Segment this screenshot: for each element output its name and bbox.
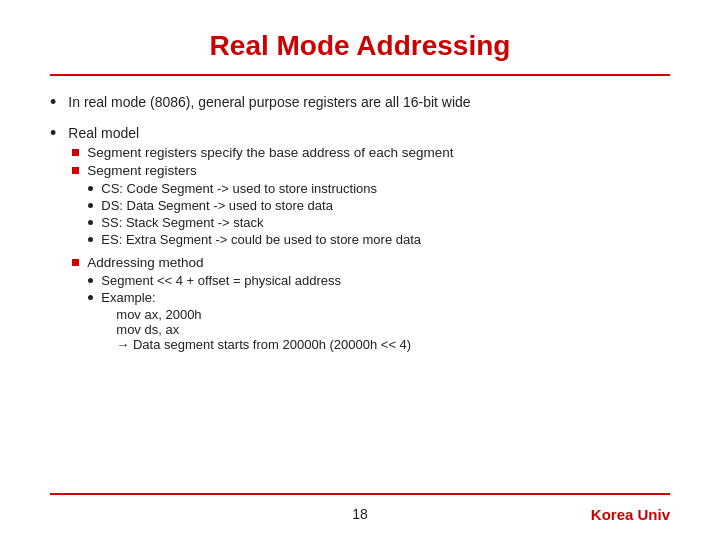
sub-bullet-1-text: Segment registers specify the base addre… [87,145,453,160]
circle-icon-shift [88,278,93,283]
segment-shift-item: Segment << 4 + offset = physical address [88,273,411,288]
es-text: ES: Extra Segment -> could be used to st… [101,232,421,247]
ss-text: SS: Stack Segment -> stack [101,215,263,230]
ss-item: SS: Stack Segment -> stack [88,215,421,230]
example-line-3: → Data segment starts from 20000h (20000… [116,337,411,352]
circle-icon-es [88,237,93,242]
sub-bullet-2-text: Segment registers [87,163,197,178]
example-item: Example: mov ax, 2000h mov ds, ax → Data… [88,290,411,352]
page-number: 18 [50,506,670,522]
circle-icon-example [88,295,93,300]
circle-icon-cs [88,186,93,191]
cs-text: CS: Code Segment -> used to store instru… [101,181,377,196]
sub-bullet-list: Segment registers specify the base addre… [72,145,670,357]
bullet-2-label: Real model [68,125,139,141]
title-divider [50,74,670,76]
bullet-2-content: Real model Segment registers specify the… [68,125,670,360]
sub-bullet-3-text: Addressing method [87,255,203,270]
bullet-1-text: In real mode (8086), general purpose reg… [68,94,670,110]
example-code: mov ax, 2000h mov ds, ax → Data segment … [116,307,411,352]
slide: Real Mode Addressing • In real mode (808… [0,0,720,540]
square-icon-1 [72,149,79,156]
ds-item: DS: Data Segment -> used to store data [88,198,421,213]
footer-divider [50,493,670,495]
addressing-list: Segment << 4 + offset = physical address… [88,273,411,354]
footer: 18 Korea Univ [0,506,720,522]
ds-text: DS: Data Segment -> used to store data [101,198,333,213]
example-label: Example: [101,290,155,305]
segment-shift-text: Segment << 4 + offset = physical address [101,273,341,288]
bullet-dot-1: • [50,92,56,113]
circle-icon-ds [88,203,93,208]
square-icon-3 [72,259,79,266]
example-line-2: mov ds, ax [116,322,411,337]
bullet-2: • Real model Segment registers specify t… [50,125,670,360]
university-label: Korea Univ [591,506,670,523]
sub-bullet-2: Segment registers CS: Code Segment -> us… [72,163,670,252]
cs-item: CS: Code Segment -> used to store instru… [88,181,421,196]
example-line-1: mov ax, 2000h [116,307,411,322]
sub-bullet-1: Segment registers specify the base addre… [72,145,670,160]
es-item: ES: Extra Segment -> could be used to st… [88,232,421,247]
segment-registers-list: CS: Code Segment -> used to store instru… [88,181,421,249]
slide-title: Real Mode Addressing [50,30,670,62]
square-icon-2 [72,167,79,174]
sub-bullet-3: Addressing method Segment << 4 + offset … [72,255,670,357]
bullet-1: • In real mode (8086), general purpose r… [50,94,670,113]
bullet-dot-2: • [50,123,56,144]
circle-icon-ss [88,220,93,225]
